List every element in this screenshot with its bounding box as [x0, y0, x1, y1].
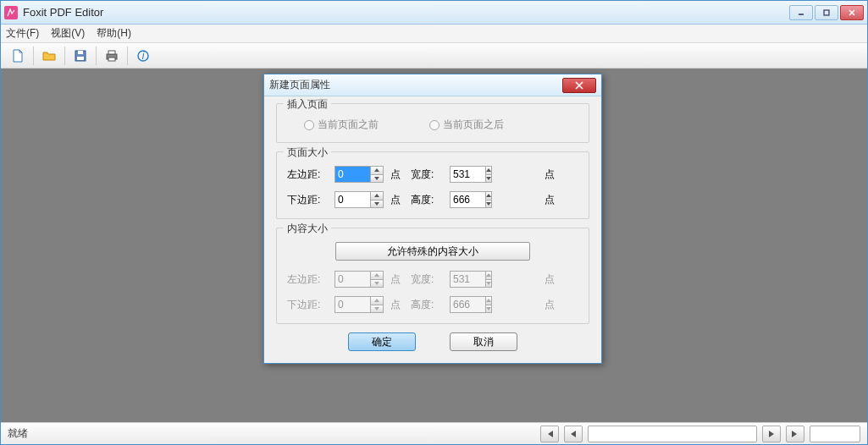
workspace: 新建页面属性 插入页面 当前页面之前 当前页面之后 [1, 69, 867, 422]
unit-label: 点 [390, 272, 406, 287]
content-left-label: 左边距: [287, 272, 329, 287]
content-height-label: 高度: [411, 298, 445, 312]
insert-page-group: 插入页面 当前页面之前 当前页面之后 [276, 103, 589, 143]
cancel-button[interactable]: 取消 [450, 332, 517, 351]
unit-label: 点 [390, 298, 406, 312]
spin-down-icon [371, 201, 383, 208]
statusbar: 就绪 [1, 422, 867, 444]
main-window: Foxit PDF Editor 文件(F) 视图(V) 帮助(H) i [0, 0, 868, 445]
new-file-button[interactable] [6, 45, 30, 67]
width-label: 宽度: [411, 168, 445, 182]
spinner-buttons [485, 271, 492, 288]
content-size-group: 内容大小 允许特殊的内容大小 左边距: 点 宽度: [276, 228, 589, 324]
content-height-input [450, 296, 485, 313]
close-button[interactable] [840, 5, 864, 20]
spin-up-icon [371, 167, 383, 175]
menu-help[interactable]: 帮助(H) [97, 26, 131, 41]
spin-down-icon [371, 175, 383, 183]
dialog-title: 新建页面属性 [269, 78, 330, 92]
spinner-buttons[interactable] [485, 191, 492, 208]
spin-up-icon [371, 297, 383, 305]
spinner-buttons [370, 271, 384, 288]
unit-label: 点 [545, 272, 560, 287]
bottom-margin-label: 下边距: [287, 193, 329, 207]
allow-special-content-size-button[interactable]: 允许特殊的内容大小 [335, 242, 530, 261]
content-size-title: 内容大小 [284, 222, 331, 236]
spin-down-icon [371, 305, 383, 313]
last-page-button[interactable] [786, 426, 804, 442]
spin-down-icon [486, 175, 491, 183]
dialog-titlebar[interactable]: 新建页面属性 [264, 74, 601, 96]
menubar: 文件(F) 视图(V) 帮助(H) [1, 25, 867, 43]
spin-up-icon [371, 272, 383, 280]
menu-view[interactable]: 视图(V) [51, 26, 85, 41]
save-button[interactable] [69, 45, 92, 67]
svg-rect-6 [108, 51, 115, 54]
app-title: Foxit PDF Editor [23, 6, 103, 19]
menu-file[interactable]: 文件(F) [6, 26, 39, 41]
app-icon [4, 6, 18, 19]
prev-page-button[interactable] [564, 426, 583, 442]
dialog-close-button[interactable] [562, 78, 596, 93]
page-slider[interactable] [588, 426, 757, 442]
content-bottom-label: 下边距: [287, 298, 329, 312]
radio-icon [429, 120, 440, 130]
page-size-group: 页面大小 左边距: 点 宽度: [276, 151, 589, 219]
left-margin-input[interactable] [334, 166, 370, 183]
svg-text:i: i [142, 50, 145, 62]
open-file-button[interactable] [37, 45, 61, 67]
left-margin-label: 左边距: [287, 168, 329, 182]
radio-icon [304, 120, 314, 130]
spinner-buttons[interactable] [370, 166, 384, 183]
spinner-buttons [485, 296, 492, 313]
maximize-button[interactable] [815, 5, 838, 20]
print-button[interactable] [100, 45, 124, 67]
toolbar: i [1, 43, 867, 69]
content-left-input [334, 271, 370, 288]
radio-before-label: 当前页面之前 [318, 118, 379, 132]
height-input[interactable] [450, 191, 485, 208]
spin-down-icon [486, 280, 491, 288]
width-input[interactable] [450, 166, 485, 183]
insert-page-title: 插入页面 [284, 97, 331, 112]
ok-button[interactable]: 确定 [348, 332, 416, 351]
content-width-label: 宽度: [411, 272, 445, 287]
svg-rect-4 [77, 57, 84, 60]
unit-label: 点 [390, 168, 406, 182]
bottom-margin-input[interactable] [334, 191, 370, 208]
new-page-properties-dialog: 新建页面属性 插入页面 当前页面之前 当前页面之后 [263, 74, 602, 364]
spin-up-icon [486, 272, 491, 280]
first-page-button[interactable] [540, 426, 559, 442]
page-field[interactable] [810, 426, 860, 442]
titlebar[interactable]: Foxit PDF Editor [1, 1, 867, 25]
spin-down-icon [486, 201, 491, 208]
spinner-buttons [370, 296, 384, 313]
page-size-title: 页面大小 [284, 146, 331, 160]
svg-rect-7 [108, 58, 115, 61]
spin-up-icon [486, 192, 491, 201]
spinner-buttons[interactable] [370, 191, 384, 208]
content-width-input [450, 271, 485, 288]
minimize-button[interactable] [789, 5, 813, 20]
height-label: 高度: [411, 193, 445, 207]
unit-label: 点 [390, 193, 406, 207]
svg-rect-3 [78, 51, 83, 54]
unit-label: 点 [545, 298, 560, 312]
next-page-button[interactable] [762, 426, 781, 442]
spin-up-icon [486, 297, 491, 305]
info-button[interactable]: i [131, 45, 155, 67]
unit-label: 点 [545, 193, 560, 207]
spin-up-icon [486, 167, 491, 175]
spinner-buttons[interactable] [485, 166, 492, 183]
status-text: 就绪 [8, 426, 28, 441]
radio-after-current: 当前页面之后 [429, 118, 504, 132]
radio-before-current: 当前页面之前 [304, 118, 379, 132]
spin-down-icon [371, 280, 383, 288]
svg-rect-1 [824, 10, 829, 15]
content-bottom-input [334, 296, 370, 313]
unit-label: 点 [545, 168, 560, 182]
spin-up-icon [371, 192, 383, 201]
spin-down-icon [486, 305, 491, 313]
radio-after-label: 当前页面之后 [443, 118, 504, 132]
